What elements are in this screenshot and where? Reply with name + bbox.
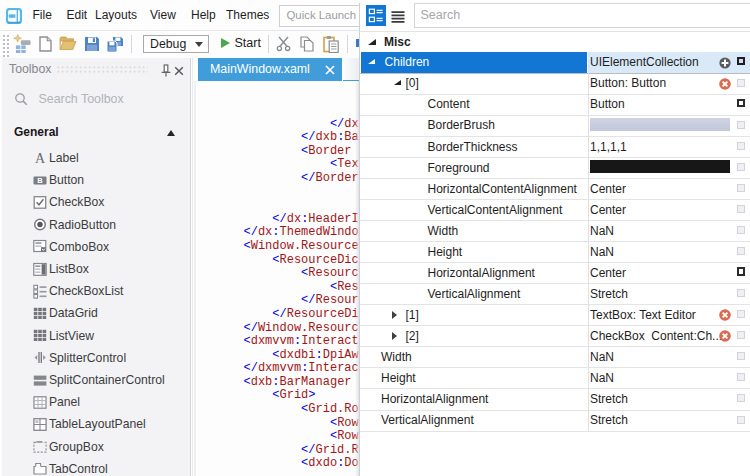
svg-text:A: A bbox=[35, 151, 46, 166]
svg-text:B: B bbox=[37, 176, 43, 185]
